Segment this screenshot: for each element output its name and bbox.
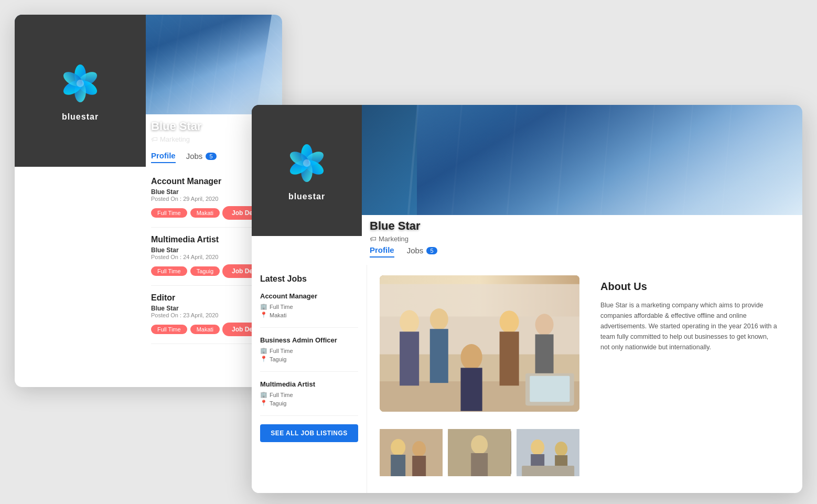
svg-point-20: [430, 308, 448, 330]
svg-point-36: [471, 435, 488, 454]
see-all-jobs-button[interactable]: SEE ALL JOB LISTINGS: [260, 424, 358, 442]
svg-point-26: [535, 314, 554, 335]
svg-point-24: [500, 310, 519, 333]
building-icon-1: 🏢: [260, 303, 267, 310]
about-us-section: About Us Blue Star is a marketing compan…: [590, 275, 790, 482]
svg-rect-29: [530, 376, 569, 402]
team-photo-placeholder: [380, 275, 579, 412]
back-card: bluestar Blue Star 🏷 Marketing Profile J…: [15, 15, 282, 387]
svg-rect-43: [522, 466, 574, 476]
front-card-sidebar: bluestar: [252, 105, 362, 236]
svg-point-33: [412, 441, 426, 457]
svg-rect-30: [380, 429, 443, 476]
front-company-category: 🏷 Marketing: [370, 235, 421, 243]
pin-icon-2: 📍: [260, 356, 267, 362]
building-icon-2: 🏢: [260, 347, 267, 354]
small-photos-row: [380, 429, 579, 483]
building-icon-3: 🏢: [260, 391, 267, 398]
svg-point-13: [303, 159, 310, 167]
tag-fulltime-1: Full Time: [151, 208, 187, 218]
lj-location-3: 📍 Taguig: [260, 400, 358, 406]
jobs-badge-front: 5: [426, 247, 437, 254]
small-photo-2: [448, 429, 511, 476]
tag-location-3: Makati: [190, 325, 220, 334]
main-team-photo: [380, 275, 579, 419]
front-tag-icon: 🏷: [370, 235, 377, 243]
tag-icon: 🏷: [151, 135, 158, 143]
job-tags-1: Full Time Makati: [151, 208, 220, 218]
lj-item-3: Multimedia Artist 🏢 Full Time 📍 Taguig: [260, 380, 358, 416]
back-card-company-title: Blue Star: [151, 120, 202, 133]
lj-item-2: Business Admin Officer 🏢 Full Time 📍 Tag…: [260, 336, 358, 372]
small-photo-3: [517, 429, 579, 476]
front-company-logo: [283, 140, 330, 187]
front-card-content: Latest Jobs Account Manager 🏢 Full Time …: [252, 265, 802, 493]
lj-type-2: 🏢 Full Time: [260, 347, 358, 354]
tab-profile-back[interactable]: Profile: [151, 151, 176, 163]
job-tags-3: Full Time Makati: [151, 325, 220, 334]
latest-jobs-title: Latest Jobs: [260, 274, 358, 284]
lj-location-1: 📍 Makati: [260, 312, 358, 318]
lj-title-2: Business Admin Officer: [260, 336, 358, 344]
latest-jobs-panel: Latest Jobs Account Manager 🏢 Full Time …: [252, 265, 367, 493]
svg-rect-19: [400, 331, 419, 385]
tag-location-1: Makati: [190, 208, 220, 218]
lj-type-1: 🏢 Full Time: [260, 303, 358, 310]
front-card-company-info: Blue Star 🏷 Marketing: [370, 219, 421, 243]
lj-item-1: Account Manager 🏢 Full Time 📍 Makati: [260, 292, 358, 328]
about-us-text: Blue Star is a marketing company which a…: [600, 300, 779, 352]
front-card-tabs: Profile Jobs 5: [370, 245, 437, 258]
svg-rect-32: [391, 455, 405, 476]
company-logo: [57, 60, 104, 107]
svg-point-18: [400, 310, 419, 334]
lj-title-1: Account Manager: [260, 292, 358, 300]
svg-point-22: [460, 344, 482, 370]
back-card-sidebar: bluestar: [15, 15, 146, 167]
sidebar-company-name: bluestar: [62, 112, 99, 122]
tag-location-2: Taguig: [190, 266, 220, 276]
tag-fulltime-2: Full Time: [151, 266, 187, 276]
tag-fulltime-3: Full Time: [151, 325, 187, 334]
about-us-title: About Us: [600, 281, 779, 293]
svg-rect-23: [460, 368, 482, 411]
lj-title-3: Multimedia Artist: [260, 380, 358, 388]
tab-profile-front[interactable]: Profile: [370, 245, 394, 258]
pin-icon-3: 📍: [260, 400, 267, 406]
back-card-tabs: Profile Jobs 5: [151, 151, 217, 163]
svg-rect-34: [412, 456, 426, 476]
svg-rect-37: [471, 453, 488, 476]
profile-main-area: About Us Blue Star is a marketing compan…: [367, 265, 802, 493]
tab-jobs-front[interactable]: Jobs 5: [407, 245, 437, 258]
front-company-title: Blue Star: [370, 219, 421, 233]
svg-point-41: [555, 442, 567, 456]
lj-type-3: 🏢 Full Time: [260, 391, 358, 398]
pin-icon-1: 📍: [260, 312, 267, 318]
jobs-badge-back: 5: [206, 153, 216, 160]
front-card: bluestar Blue Star 🏷 Marketing Profile J…: [252, 105, 802, 493]
svg-point-6: [77, 80, 84, 87]
back-card-company-info: Blue Star 🏷 Marketing: [151, 120, 202, 143]
small-photo-1: [380, 429, 443, 476]
photo-people: [380, 275, 579, 412]
svg-rect-21: [430, 329, 448, 383]
job-tags-2: Full Time Taguig: [151, 266, 220, 276]
tab-jobs-back[interactable]: Jobs 5: [186, 151, 217, 163]
svg-point-39: [531, 439, 544, 455]
front-sidebar-company-name: bluestar: [288, 192, 325, 201]
back-card-company-category: 🏷 Marketing: [151, 135, 202, 143]
svg-rect-25: [500, 331, 519, 385]
lj-location-2: 📍 Taguig: [260, 356, 358, 362]
svg-point-31: [391, 439, 405, 456]
